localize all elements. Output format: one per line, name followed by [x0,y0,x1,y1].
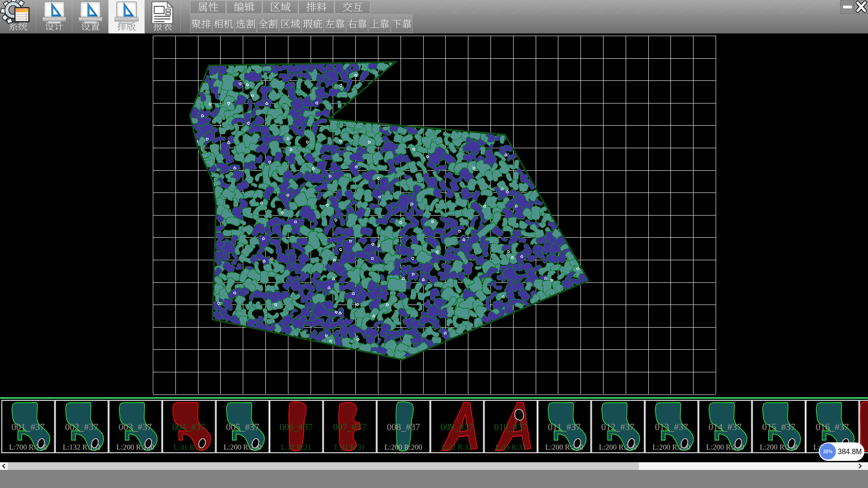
svg-text:012_#37: 012_#37 [601,422,635,432]
svg-text:384.8M: 384.8M [838,448,862,455]
svg-text:L:31 R:31: L:31 R:31 [335,443,365,451]
svg-text:016_#37: 016_#37 [816,422,849,432]
svg-text:011_#37: 011_#37 [548,422,581,432]
svg-text:008_#37: 008_#37 [387,422,420,432]
svg-text:015_#37: 015_#37 [762,422,796,432]
svg-text:38%: 38% [823,449,832,454]
svg-text:013_#37: 013_#37 [655,422,688,432]
svg-text:005_#37: 005_#37 [226,422,259,432]
svg-text:001_#37: 001_#37 [11,422,45,432]
svg-text:002_#37: 002_#37 [65,422,99,432]
svg-text:004_#37: 004_#37 [172,422,206,432]
svg-text:L:32 R:31: L:32 R:31 [442,443,472,451]
svg-text:014_#37: 014_#37 [708,422,742,432]
svg-text:010_#37: 010_#37 [494,422,528,432]
svg-text:L:33 R:33: L:33 R:33 [495,443,526,451]
svg-text:007_#37: 007_#37 [333,422,367,432]
svg-text:009_#37: 009_#37 [440,422,474,432]
svg-text:L:21 R:21: L:21 R:21 [281,443,311,451]
svg-text:003_#37: 003_#37 [118,422,152,432]
svg-text:L:200 R:200: L:200 R:200 [384,443,422,451]
svg-text:006_#37: 006_#37 [279,422,313,432]
